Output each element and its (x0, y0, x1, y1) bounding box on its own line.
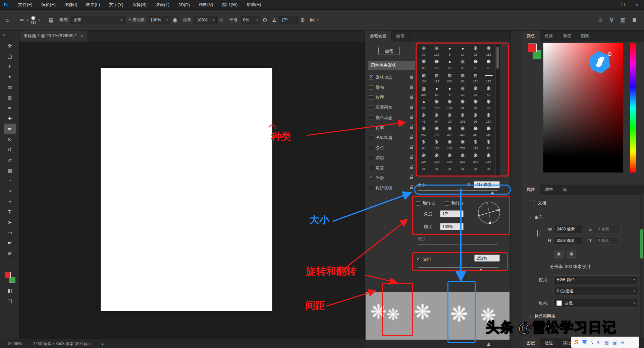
brush-preset[interactable] (482, 164, 495, 176)
language-indicator[interactable]: 英 (582, 339, 587, 345)
brush-preset[interactable] (456, 164, 469, 176)
brush-preset[interactable]: 284 (443, 71, 456, 84)
brush-preset[interactable] (417, 164, 430, 176)
color-picker-field[interactable] (543, 43, 623, 172)
brush-option-row[interactable]: 杂色 (367, 143, 415, 153)
lock-icon[interactable] (410, 127, 413, 129)
brush-option-row[interactable]: 纹理 (367, 92, 415, 102)
brush-preset[interactable]: 232 (456, 151, 469, 164)
path-selection-tool[interactable]: ➤ (4, 217, 16, 227)
brush-preset[interactable]: 348 (469, 124, 482, 138)
menu-item[interactable]: 窗口(W) (217, 0, 242, 9)
menu-item[interactable]: 选择(S) (127, 0, 151, 9)
brush-tool-icon[interactable] (20, 17, 24, 23)
zoom-tool[interactable]: ⊕ (4, 248, 16, 259)
panel-tab[interactable]: 通道 (540, 338, 558, 348)
properties-scrollbar[interactable] (640, 195, 643, 339)
lasso-tool[interactable]: ℓ (4, 61, 16, 72)
brush-preset[interactable]: 94 (482, 138, 495, 151)
width-input[interactable]: 2480 像素 (554, 225, 582, 233)
height-input[interactable]: 3508 像素 (554, 236, 582, 245)
mic-icon[interactable]: Ψ (597, 340, 601, 345)
checkbox[interactable] (369, 126, 373, 130)
checkbox[interactable] (369, 95, 373, 100)
brush-grid-scrollbar[interactable] (496, 44, 500, 176)
brush-option-row[interactable]: 颜色动态 (367, 113, 415, 123)
brush-option-row[interactable]: 散布 (367, 82, 415, 92)
reset-icon[interactable] (466, 182, 471, 188)
brush-angle-dial[interactable] (476, 199, 502, 226)
brush-preset[interactable]: 753 (456, 138, 469, 151)
brush-preset[interactable]: 246 (469, 151, 482, 164)
panel-tab[interactable]: 渐变 (558, 30, 576, 42)
eyedropper-tool[interactable]: ✒ (4, 103, 16, 113)
brush-option-row[interactable]: 保护纹理 (367, 183, 415, 193)
brush-option-row[interactable]: 湿边 (367, 153, 415, 163)
menu-item[interactable]: 视图(V) (194, 0, 217, 9)
canvas-section-header[interactable]: 画布 (529, 214, 543, 220)
link-dimensions-icon[interactable] (537, 230, 540, 238)
blend-mode-select[interactable]: 正常 (71, 16, 125, 24)
collapse-toolbar-icon[interactable] (3, 32, 5, 37)
panel-tab[interactable]: 库 (558, 185, 572, 195)
close-document-icon[interactable]: × (80, 33, 83, 39)
spacing-value-input[interactable]: 251% (474, 255, 500, 262)
brush-preset[interactable]: 10 (456, 44, 469, 57)
close-button[interactable]: ✕ (630, 0, 644, 9)
brush-preset-picker[interactable]: 717 (30, 16, 40, 24)
brush-preset[interactable]: 130 (482, 111, 495, 124)
menu-item[interactable]: 图像(I) (60, 0, 82, 9)
zoom-level[interactable]: 20.66% (8, 341, 22, 346)
brush-preset[interactable]: 135 (482, 151, 495, 164)
menu-item[interactable]: 文件(F) (14, 0, 37, 9)
brush-preset[interactable]: 110 (469, 138, 482, 151)
checkbox[interactable] (445, 201, 449, 206)
healing-brush-tool[interactable]: ✚ (4, 113, 16, 124)
brush-option-row[interactable]: 建立 (367, 163, 415, 173)
brush-preset[interactable]: 25 (469, 44, 482, 57)
brush-preset[interactable]: 50 (430, 57, 443, 71)
spacing-slider-thumb[interactable] (479, 268, 483, 271)
brush-preset[interactable] (469, 164, 482, 176)
brush-preset[interactable]: 60 (417, 57, 430, 71)
brush-preset[interactable]: 306 (417, 84, 430, 97)
brush-preset[interactable]: 108 (430, 124, 443, 138)
bit-depth-select[interactable]: 8 位/通道 (553, 287, 638, 295)
brush-preset[interactable]: 89 (469, 97, 482, 111)
checkbox[interactable] (369, 156, 373, 160)
dodge-tool[interactable]: ◑ (4, 186, 16, 196)
brush-preset[interactable]: 198 (430, 151, 443, 164)
lock-icon[interactable] (410, 157, 413, 159)
foreground-color-swatch[interactable] (5, 272, 11, 278)
brush-angle-input[interactable]: 17° (279, 16, 298, 24)
lock-icon[interactable] (410, 117, 413, 119)
brush-preset[interactable]: 198 (417, 151, 430, 164)
checkbox[interactable] (369, 85, 373, 90)
flip-y-option[interactable]: 翻转 Y (445, 198, 464, 208)
brush-preset[interactable]: 94 (430, 111, 443, 124)
brush-preset[interactable]: 94 (417, 138, 430, 151)
menu-item[interactable]: 编辑(E) (37, 0, 60, 9)
menu-item[interactable]: 图层(L) (82, 0, 104, 9)
quick-mask-button[interactable] (4, 286, 16, 295)
panel-tab[interactable]: 图层 (522, 338, 540, 348)
lock-icon[interactable] (410, 187, 413, 189)
clone-stamp-tool[interactable]: ⊙ (4, 134, 16, 144)
menu-item[interactable]: 帮助(H) (242, 0, 265, 9)
checkbox[interactable] (416, 258, 420, 262)
lock-icon[interactable] (410, 147, 413, 149)
brush-preset[interactable]: 123 (430, 44, 443, 57)
panel-tab[interactable]: 色板 (540, 30, 558, 42)
panel-tab[interactable]: 画笔 (391, 30, 410, 42)
roundness-input[interactable]: 100% (440, 223, 464, 230)
toolbox-icon[interactable]: ▣ (612, 340, 617, 345)
brush-preset[interactable]: 8 (443, 44, 456, 57)
brush-preset[interactable]: 41 (417, 111, 430, 124)
minimize-button[interactable]: — (602, 0, 616, 9)
gear-icon[interactable] (263, 17, 267, 23)
angle-input[interactable]: 17° (440, 210, 464, 217)
menu-item[interactable]: 文字(Y) (104, 0, 127, 9)
brush-preset[interactable]: 187 (443, 97, 456, 111)
brushes-button[interactable]: 画笔 (378, 47, 400, 55)
panel-tab[interactable]: 属性 (522, 185, 540, 195)
